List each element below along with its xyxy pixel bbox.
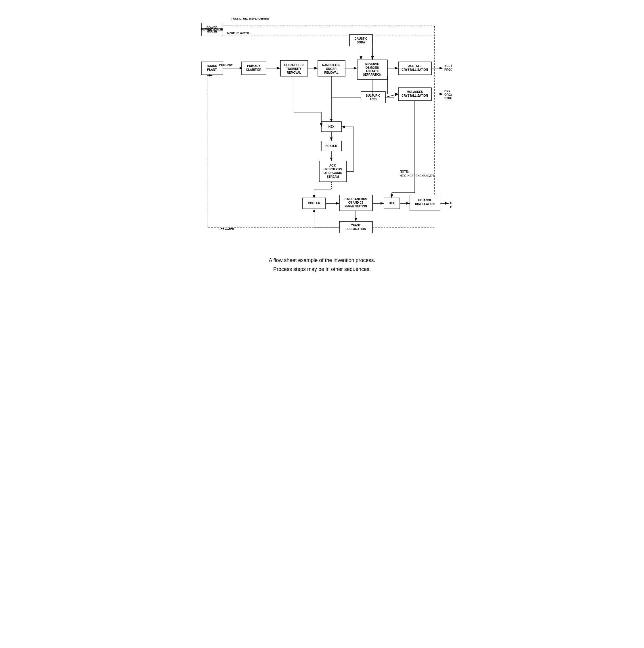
power-house-label1: POWER — [207, 26, 218, 29]
hex1-label: HEX — [328, 125, 334, 128]
acid-hydrolysis-label3: OF ORGANIC — [324, 171, 342, 175]
nanofilter-label3: REMOVAL — [324, 71, 338, 74]
ultrafilter-label2: TURBIDITY — [286, 67, 302, 70]
fermentation-label3: FERMENTATION — [344, 205, 367, 208]
ethanol-product-label: ETHANOL — [450, 202, 451, 205]
board-plant-label1: BOARD — [207, 64, 217, 68]
sulfuric-acid-label2: ACID — [369, 98, 376, 101]
ro-label2: OSMOSIS — [365, 66, 379, 69]
ultrafilter-label3: REMOVAL — [287, 71, 301, 74]
sulfuric-acid-box — [361, 92, 385, 103]
ethanol-dist-label2: DISTILLATION — [415, 203, 434, 206]
caustic-soda-label1: CAUSTIC — [354, 37, 367, 40]
acetate-cryst-label1: ACETATE — [408, 64, 421, 68]
ro-label4: SEPARATION — [363, 73, 381, 76]
acid-hydrolysis-label2: HYDROLYSIS — [323, 168, 342, 171]
dry-organic-label1: DRY — [444, 90, 450, 93]
nanofilter-label2: SUGAR — [326, 67, 336, 70]
dry-organic-label2: ORGANIC — [444, 93, 451, 96]
flow-diagram: FOSSIL FUEL DISPLACEMENT MAKE-UP WATER H… — [193, 9, 451, 245]
primary-clarifier-label2: CLARIFIER — [246, 68, 261, 71]
hex2-label: HEX — [389, 202, 395, 205]
acetate-cryst-label2: CRYSTALLIZATION — [401, 68, 428, 71]
acid-hydrolysis-label1: ACID — [329, 164, 336, 167]
note-label: NOTE: — [400, 170, 409, 173]
nanofilter-label1: NANOFILTER — [322, 64, 340, 67]
board-plant-label2: PLANT — [207, 68, 217, 71]
note-content: HEX- HEAT EXCHANGER — [400, 174, 434, 177]
dry-organic-label3: STREAM — [444, 97, 451, 100]
molasses-cryst-label1: MOLASSES — [407, 90, 423, 94]
heater-label: HEATER — [325, 144, 337, 148]
yeast-prep-label2: PREPARATION — [345, 227, 366, 231]
caption: A flow sheet example of the invention pr… — [269, 256, 375, 274]
acetate-product-label2: PRODUCT — [444, 68, 451, 71]
make-up-water-label: MAKE-UP WATER — [227, 32, 249, 35]
ethanol-product-label2: PRODUCT — [450, 205, 451, 209]
fossil-fuel-label: FOSSIL FUEL DISPLACEMENT — [231, 17, 270, 20]
caustic-soda-box — [350, 35, 372, 46]
svg-line-25 — [385, 94, 398, 97]
acid-hydrolysis-label4: STREAM — [326, 175, 338, 178]
fermentation-label2: C5 AND C6 — [348, 201, 363, 204]
primary-clarifier-label1: PRIMARY — [247, 64, 260, 68]
power-house-label2: HOUSE — [207, 30, 217, 33]
caustic-soda-label2: SODA — [357, 41, 365, 44]
ro-label1: REVERSE — [365, 63, 379, 66]
acetate-product-label1: ACETATE — [444, 64, 451, 68]
cooler-label: COOLER — [308, 202, 320, 205]
sulfuric-acid-label1: SULFURIC — [366, 94, 380, 97]
molasses-cryst-label2: CRYSTALLIZATION — [401, 94, 428, 97]
hot-water-label: HOT WATER — [219, 228, 234, 231]
caption-line2: Process steps may be in other sequences. — [269, 265, 375, 274]
caption-line1: A flow sheet example of the invention pr… — [269, 256, 375, 265]
ro-label3: ACETATE — [366, 70, 379, 73]
yeast-prep-label1: YEAST — [351, 224, 360, 227]
effluent-label: EFFLUENT — [219, 64, 232, 67]
ethanol-dist-label1: ETHANOL — [418, 199, 431, 202]
fermentation-label1: SIMULTANEOUS — [344, 198, 367, 201]
ultrafilter-label1: ULTRAFILTER — [284, 64, 304, 67]
